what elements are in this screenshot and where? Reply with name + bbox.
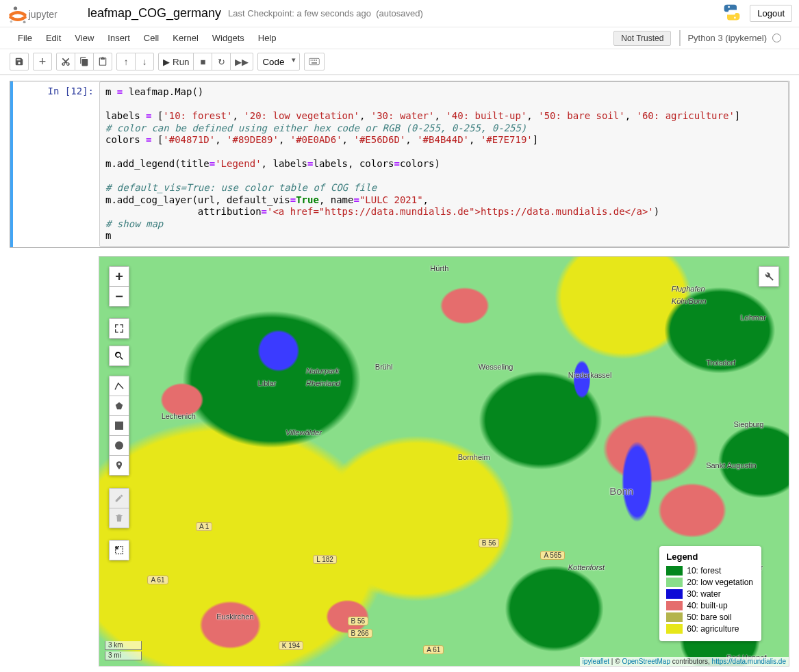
place-label: Naturpark bbox=[306, 367, 339, 375]
menu-cell[interactable]: Cell bbox=[137, 27, 166, 49]
place-label: Flughafen bbox=[672, 285, 705, 293]
cell-type-select[interactable]: Code bbox=[257, 53, 300, 70]
svg-text:jupyter: jupyter bbox=[27, 9, 57, 20]
zoom-out-button[interactable]: − bbox=[109, 286, 129, 307]
legend-swatch bbox=[666, 578, 683, 587]
move-down-button[interactable]: ↓ bbox=[135, 53, 154, 70]
place-label: Brühl bbox=[375, 363, 393, 371]
add-cell-button[interactable]: + bbox=[33, 53, 52, 70]
place-label: Siegburg bbox=[733, 420, 763, 428]
input-prompt: In [12]: bbox=[48, 86, 94, 96]
place-label: Sankt Augustin bbox=[706, 461, 756, 469]
menu-file[interactable]: File bbox=[11, 27, 39, 49]
kernel-idle-icon bbox=[772, 34, 781, 42]
zoom-in-button[interactable]: + bbox=[109, 266, 129, 287]
legend-title: Legend bbox=[666, 552, 753, 562]
restart-run-all-button[interactable]: ▶▶ bbox=[230, 53, 253, 70]
scale-control: 3 km 3 mi bbox=[105, 640, 142, 660]
place-label: Köln/Bonn bbox=[672, 297, 707, 305]
copy-button[interactable] bbox=[75, 53, 94, 70]
command-palette-button[interactable] bbox=[304, 53, 325, 70]
rectangle-icon bbox=[115, 422, 123, 430]
cut-icon bbox=[61, 57, 71, 66]
legend-item: 10: forest bbox=[666, 566, 753, 576]
svg-point-0 bbox=[13, 6, 16, 10]
svg-rect-9 bbox=[314, 60, 315, 60]
draw-circle-button[interactable] bbox=[109, 435, 129, 456]
legend-item: 40: built-up bbox=[666, 601, 753, 610]
place-label: Bonn bbox=[609, 485, 633, 497]
menu-kernel[interactable]: Kernel bbox=[166, 27, 205, 49]
draw-marker-button[interactable] bbox=[109, 455, 129, 476]
cut-button[interactable] bbox=[56, 53, 75, 70]
run-button[interactable]: ▶ Run bbox=[158, 53, 194, 70]
python-logo-icon bbox=[722, 3, 741, 24]
road-badge: B 56 bbox=[479, 539, 500, 547]
marker-icon bbox=[114, 460, 124, 471]
interrupt-button[interactable]: ■ bbox=[193, 53, 212, 70]
output-cell: + − bbox=[10, 253, 789, 667]
place-label: Liblar bbox=[258, 379, 277, 387]
scale-km: 3 km bbox=[105, 641, 142, 650]
legend-swatch bbox=[666, 601, 683, 610]
restart-button[interactable]: ↻ bbox=[212, 53, 231, 70]
menu-edit[interactable]: Edit bbox=[39, 27, 68, 49]
road-badge: A 61 bbox=[147, 576, 168, 584]
road-badge: B 266 bbox=[348, 629, 372, 638]
place-label: Euskirchen bbox=[216, 612, 253, 621]
svg-rect-14 bbox=[116, 546, 118, 549]
ipyleaflet-link[interactable]: ipyleaflet bbox=[583, 658, 609, 665]
place-label: Rheinland bbox=[306, 379, 340, 387]
svg-marker-12 bbox=[116, 402, 123, 409]
fast-forward-icon: ▶▶ bbox=[235, 57, 249, 67]
layers-button[interactable] bbox=[759, 266, 779, 287]
run-label: Run bbox=[173, 57, 189, 67]
menu-insert[interactable]: Insert bbox=[101, 27, 137, 49]
menu-help[interactable]: Help bbox=[251, 27, 283, 49]
paste-icon bbox=[98, 57, 107, 66]
draw-rectangle-button[interactable] bbox=[109, 415, 129, 436]
legend-label: 50: bare soil bbox=[687, 612, 731, 622]
toolbar: + ↑ ↓ ▶ Run ■ bbox=[0, 49, 799, 75]
leaflet-map[interactable]: + − bbox=[99, 256, 789, 667]
code-input[interactable]: m = leafmap.Map() labels = ['10: forest'… bbox=[99, 81, 789, 247]
menu-view[interactable]: View bbox=[68, 27, 101, 49]
jupyter-logo[interactable]: jupyter bbox=[3, 4, 85, 23]
keyboard-icon bbox=[309, 57, 320, 66]
draw-polyline-button[interactable] bbox=[109, 376, 129, 396]
draw-polygon-button[interactable] bbox=[109, 396, 129, 416]
logout-button[interactable]: Logout bbox=[750, 5, 792, 22]
svg-point-4 bbox=[728, 6, 731, 8]
search-button[interactable] bbox=[109, 346, 129, 366]
notebook-name[interactable]: leafmap_COG_germany bbox=[85, 6, 224, 21]
save-button[interactable] bbox=[10, 53, 29, 70]
legend-label: 20: low vegetation bbox=[687, 578, 753, 587]
place-label: Lechenich bbox=[162, 412, 196, 420]
svg-rect-6 bbox=[309, 58, 320, 64]
legend-swatch bbox=[666, 612, 683, 622]
legend-swatch bbox=[666, 566, 683, 576]
draw-toolbar bbox=[109, 376, 129, 476]
screenshot-button[interactable] bbox=[109, 540, 129, 560]
restart-icon: ↻ bbox=[218, 57, 225, 67]
header: jupyter leafmap_COG_germany Last Checkpo… bbox=[0, 0, 799, 75]
move-up-button[interactable]: ↑ bbox=[116, 53, 136, 70]
kernel-indicator[interactable]: Python 3 (ipykernel) bbox=[679, 30, 788, 46]
arrow-down-icon: ↓ bbox=[142, 57, 147, 67]
menubar: FileEditViewInsertCellKernelWidgetsHelp … bbox=[0, 27, 799, 49]
road-badge: L 182 bbox=[313, 555, 337, 564]
legend-item: 20: low vegetation bbox=[666, 578, 753, 587]
legend-label: 30: water bbox=[687, 589, 720, 599]
legend-label: 60: agriculture bbox=[687, 624, 739, 634]
code-cell[interactable]: In [12]: m = leafmap.Map() labels = ['10… bbox=[10, 81, 789, 248]
paste-button[interactable] bbox=[93, 53, 112, 70]
stop-icon: ■ bbox=[200, 57, 205, 67]
svg-rect-10 bbox=[316, 60, 317, 60]
not-trusted-button[interactable]: Not Trusted bbox=[613, 31, 671, 46]
place-label: Bornheim bbox=[458, 453, 490, 461]
fullscreen-button[interactable] bbox=[109, 318, 129, 339]
polyline-icon bbox=[114, 380, 125, 391]
menu-widgets[interactable]: Widgets bbox=[205, 27, 251, 49]
osm-link[interactable]: OpenStreetMap bbox=[622, 658, 670, 665]
mundialis-link[interactable]: https://data.mundialis.de bbox=[712, 658, 786, 665]
